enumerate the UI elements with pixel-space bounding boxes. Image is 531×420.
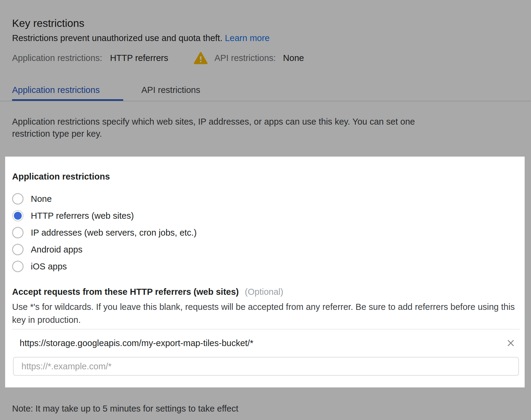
page-title: Key restrictions — [12, 17, 84, 29]
optional-label: (Optional) — [245, 287, 283, 297]
radio-button-icon — [12, 193, 24, 205]
api-restrictions-value: None — [283, 53, 304, 63]
radio-button-icon — [12, 210, 24, 221]
restriction-summary: Application restrictions: HTTP referrers… — [12, 52, 304, 64]
remove-referrer-button[interactable] — [504, 336, 517, 350]
app-restrictions-label: Application restrictions: — [12, 53, 102, 63]
radio-option-ip-addresses[interactable]: IP addresses (web servers, cron jobs, et… — [12, 224, 197, 241]
app-restrictions-value: HTTP referrers — [110, 53, 168, 63]
panel-heading: Application restrictions — [12, 172, 110, 182]
radio-button-icon — [12, 261, 24, 272]
tab-description: Application restrictions specify which w… — [12, 116, 453, 140]
referrers-description: Use *'s for wildcards. If you leave this… — [12, 301, 518, 326]
radio-option-android-apps[interactable]: Android apps — [12, 241, 197, 258]
application-restrictions-radio-group: None HTTP referrers (web sites) IP addre… — [12, 190, 197, 275]
referrer-entry-value: https://storage.googleapis.com/my-export… — [12, 338, 253, 348]
radio-button-icon — [12, 244, 24, 255]
application-restrictions-panel: Application restrictions None HTTP refer… — [5, 157, 525, 387]
radio-option-http-referrers[interactable]: HTTP referrers (web sites) — [12, 207, 197, 224]
close-icon — [506, 338, 516, 348]
tab-bar-divider — [0, 101, 531, 101]
page-subtitle: Restrictions prevent unauthorized use an… — [12, 33, 270, 43]
key-restrictions-screen: Key restrictions Restrictions prevent un… — [0, 0, 531, 420]
api-restrictions-label: API restrictions: — [214, 53, 276, 63]
referrer-entry-row: https://storage.googleapis.com/my-export… — [12, 335, 520, 351]
radio-button-icon — [12, 227, 24, 238]
subtitle-text: Restrictions prevent unauthorized use an… — [12, 33, 222, 43]
tab-application-restrictions[interactable]: Application restrictions — [12, 85, 100, 95]
radio-option-none[interactable]: None — [12, 190, 197, 207]
referrers-divider — [12, 329, 520, 329]
radio-option-ios-apps[interactable]: iOS apps — [12, 258, 197, 275]
learn-more-link[interactable]: Learn more — [225, 33, 269, 43]
tab-api-restrictions[interactable]: API restrictions — [141, 85, 200, 95]
warning-icon — [194, 52, 208, 64]
footer-note: Note: It may take up to 5 minutes for se… — [12, 404, 238, 414]
referrers-section-heading: Accept requests from these HTTP referrer… — [12, 287, 283, 297]
referrers-heading-text: Accept requests from these HTTP referrer… — [12, 287, 239, 297]
new-referrer-input[interactable] — [13, 357, 519, 376]
